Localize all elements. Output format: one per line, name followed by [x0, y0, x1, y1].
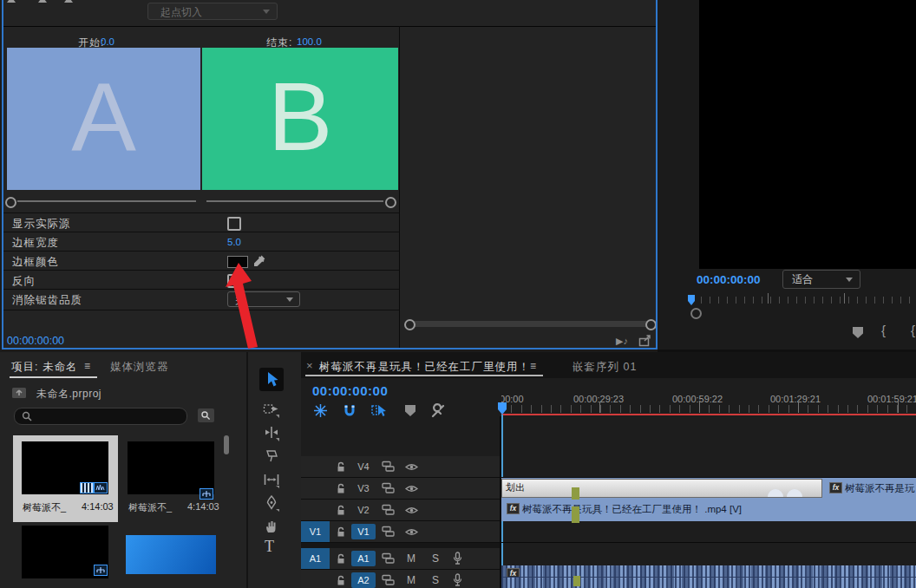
alignment-dropdown[interactable]: 起点切入 [147, 3, 278, 20]
program-monitor-video[interactable] [699, 0, 916, 269]
sync-lock-icon[interactable] [382, 552, 395, 565]
track-button-a2[interactable]: A2 [351, 572, 376, 588]
tab-sequence-active[interactable]: 树莓派不再是玩具！已经在工厂里使用！ [319, 360, 530, 375]
zoom-scrollbar-left-handle[interactable] [404, 319, 415, 330]
color-matte-thumbnail[interactable] [126, 535, 216, 574]
source-patch-a1[interactable]: A1 [301, 548, 330, 569]
track-select-forward-tool[interactable] [263, 401, 280, 418]
tab-project[interactable]: 项目: 未命名 [11, 360, 77, 375]
track-header-a1: A1 A1 M S [301, 548, 501, 570]
start-slider-track[interactable] [17, 200, 196, 202]
clip-label: 树莓派不再是玩 [845, 482, 915, 495]
add-marker-icon[interactable] [853, 327, 863, 338]
sync-lock-icon[interactable] [382, 461, 395, 473]
clip-v2[interactable]: fx 树莓派不再是玩具！已经在工厂里使用！ .mp4 [V] [501, 500, 916, 521]
panel-menu-icon[interactable]: ≡ [84, 360, 90, 372]
lock-icon[interactable] [336, 505, 346, 516]
linked-selection-icon[interactable] [370, 402, 387, 418]
transition-preview-b[interactable]: B [202, 48, 398, 190]
timeline-timecode[interactable]: 00:00:00:00 [312, 383, 388, 398]
bin-up-icon[interactable] [11, 386, 27, 399]
panel-menu-icon[interactable]: ≡ [530, 360, 536, 372]
toggle-track-output-eye-icon[interactable] [405, 484, 418, 493]
lock-icon[interactable] [336, 483, 346, 494]
sync-lock-icon[interactable] [382, 482, 395, 494]
add-marker-icon[interactable] [405, 405, 415, 416]
nest-sequence-icon[interactable] [313, 403, 328, 418]
clip-v3[interactable]: 划出 fx 树莓派不再是玩 [501, 478, 916, 500]
track-button-v4[interactable]: V4 [351, 459, 376, 474]
sync-lock-icon[interactable] [382, 526, 395, 538]
sync-lock-icon[interactable] [382, 504, 395, 516]
play-audio-icon[interactable]: ▶♪ [616, 336, 628, 347]
lock-icon[interactable] [336, 553, 346, 565]
transition-preview-a[interactable]: A [7, 48, 200, 190]
wipe-transition[interactable]: 划出 [501, 479, 822, 498]
solo-button[interactable]: S [432, 574, 439, 586]
ripple-edit-tool[interactable] [263, 424, 280, 441]
tab-sequence-nested[interactable]: 嵌套序列 01 [572, 360, 637, 375]
clip-thumbnail[interactable] [128, 441, 214, 494]
end-slider-handle[interactable] [385, 197, 396, 208]
type-tool[interactable]: T [265, 538, 274, 556]
zoom-scrollbar[interactable] [409, 321, 651, 327]
project-item-selected-bg[interactable]: 树莓派不_ 4:14:03 [13, 435, 118, 522]
solo-button[interactable]: S [432, 552, 439, 565]
mark-in-icon[interactable]: { [881, 323, 886, 337]
voiceover-mic-icon[interactable] [453, 552, 462, 565]
show-actual-sources-checkbox[interactable] [227, 217, 241, 231]
audio-clip-channel-2[interactable] [501, 578, 916, 588]
track-button-v1[interactable]: V1 [351, 524, 376, 539]
zoom-level-dropdown[interactable]: 适合 [782, 270, 860, 289]
lock-icon[interactable] [336, 461, 346, 473]
item-name[interactable]: 树莓派不_ [128, 501, 172, 514]
track-button-a1[interactable]: A1 [351, 551, 376, 566]
hand-tool[interactable] [263, 518, 280, 535]
timeline-ruler[interactable]: :00:00 00:00:29:23 00:00:59:22 00:01:29:… [501, 394, 916, 415]
toggle-track-output-eye-icon[interactable] [405, 462, 418, 472]
start-value[interactable]: 0.0 [101, 36, 114, 47]
tab-media-browser[interactable]: 媒体浏览器 [110, 360, 169, 375]
end-slider-track[interactable] [206, 200, 383, 202]
mute-button[interactable]: M [407, 574, 415, 586]
program-timecode[interactable]: 00:00:00:00 [697, 273, 761, 286]
toggle-track-output-eye-icon[interactable] [405, 527, 418, 537]
end-value[interactable]: 100.0 [297, 36, 322, 47]
toggle-track-output-eye-icon[interactable] [405, 506, 418, 515]
lock-icon[interactable] [336, 575, 346, 586]
track-button-v2[interactable]: V2 [351, 502, 376, 518]
zoom-scrollbar-right-handle[interactable] [645, 319, 657, 330]
search-bin-button[interactable] [198, 408, 214, 422]
item-name[interactable]: 树莓派不_ [23, 501, 66, 514]
selection-tool[interactable] [259, 368, 284, 391]
clip-marker[interactable] [573, 576, 580, 586]
program-playhead[interactable] [688, 295, 695, 305]
row-show-actual-sources: 显示实际源 [3, 212, 399, 232]
audio-clip-channel-1[interactable]: fx [501, 565, 916, 577]
slip-tool[interactable] [263, 471, 280, 488]
export-frame-icon[interactable] [638, 335, 652, 347]
divider [501, 542, 916, 543]
source-patch-v1[interactable]: V1 [301, 521, 330, 542]
snap-magnet-icon[interactable] [342, 403, 357, 418]
border-width-value[interactable]: 5.0 [227, 237, 241, 247]
program-zoom-handle[interactable] [690, 308, 702, 319]
search-input[interactable] [14, 408, 187, 425]
project-panel: 项目: 未命名 ≡ 媒体浏览器 未命名.prproj [0, 352, 246, 588]
project-scrollbar[interactable] [224, 435, 229, 454]
start-slider-handle[interactable] [5, 197, 16, 208]
sync-lock-icon[interactable] [382, 574, 395, 586]
lock-icon[interactable] [336, 526, 346, 538]
clip-marker[interactable] [572, 506, 579, 523]
track-button-v3[interactable]: V3 [351, 480, 376, 496]
effect-controls-timecode[interactable]: 00:00:00:00 [7, 335, 64, 347]
close-icon[interactable]: × [306, 359, 313, 372]
pen-tool[interactable] [263, 494, 280, 512]
clip-marker[interactable] [572, 487, 579, 500]
timeline-settings-wrench-icon[interactable] [429, 402, 446, 419]
bin-name[interactable]: 未命名.prproj [36, 387, 101, 402]
mute-button[interactable]: M [407, 552, 415, 565]
mark-out-icon[interactable]: { [911, 323, 915, 337]
voiceover-mic-icon[interactable] [453, 573, 462, 587]
razor-tool[interactable] [263, 448, 280, 465]
